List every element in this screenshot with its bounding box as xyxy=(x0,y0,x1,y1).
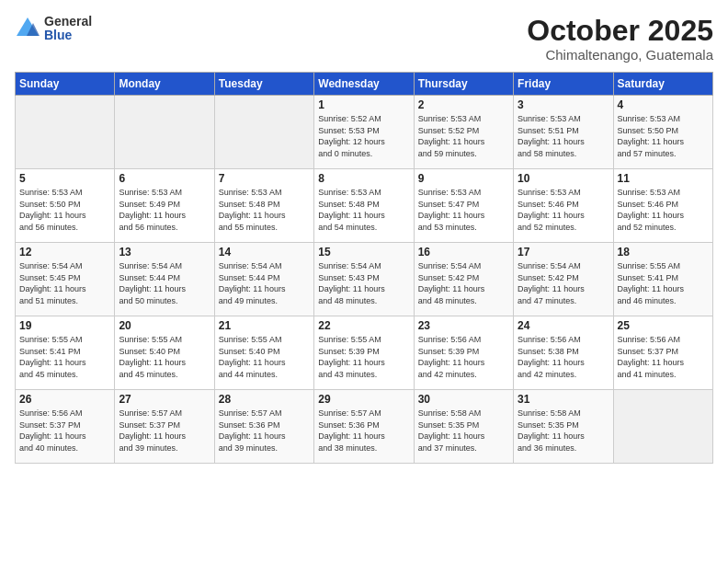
calendar-cell xyxy=(115,96,214,169)
day-number: 23 xyxy=(418,319,509,332)
day-number: 4 xyxy=(618,98,709,111)
logo-blue-text: Blue xyxy=(44,29,92,42)
cell-info: Sunrise: 5:57 AM Sunset: 5:36 PM Dayligh… xyxy=(318,408,409,454)
weekday-header-thursday: Thursday xyxy=(414,73,513,96)
calendar-cell: 13Sunrise: 5:54 AM Sunset: 5:44 PM Dayli… xyxy=(115,243,214,316)
cell-info: Sunrise: 5:56 AM Sunset: 5:39 PM Dayligh… xyxy=(418,334,509,380)
calendar-cell xyxy=(16,96,115,169)
calendar-cell: 29Sunrise: 5:57 AM Sunset: 5:36 PM Dayli… xyxy=(314,390,414,464)
calendar-cell: 11Sunrise: 5:53 AM Sunset: 5:46 PM Dayli… xyxy=(613,169,712,243)
day-number: 21 xyxy=(219,319,310,332)
day-number: 13 xyxy=(119,246,210,259)
title-block: October 2025 Chimaltenango, Guatemala xyxy=(527,15,713,63)
weekday-header-sunday: Sunday xyxy=(16,73,115,96)
week-row: 5Sunrise: 5:53 AM Sunset: 5:50 PM Daylig… xyxy=(16,169,713,243)
day-number: 5 xyxy=(19,172,110,185)
day-number: 31 xyxy=(518,393,609,406)
weekday-header-wednesday: Wednesday xyxy=(314,73,414,96)
cell-info: Sunrise: 5:53 AM Sunset: 5:50 PM Dayligh… xyxy=(618,113,709,159)
calendar-cell: 1Sunrise: 5:52 AM Sunset: 5:53 PM Daylig… xyxy=(314,96,414,169)
cell-info: Sunrise: 5:55 AM Sunset: 5:40 PM Dayligh… xyxy=(219,334,310,380)
calendar-cell: 24Sunrise: 5:56 AM Sunset: 5:38 PM Dayli… xyxy=(514,316,613,390)
day-number: 9 xyxy=(418,172,509,185)
logo-general-text: General xyxy=(44,15,92,29)
cell-info: Sunrise: 5:52 AM Sunset: 5:53 PM Dayligh… xyxy=(318,113,409,159)
cell-info: Sunrise: 5:54 AM Sunset: 5:45 PM Dayligh… xyxy=(19,260,110,306)
cell-info: Sunrise: 5:55 AM Sunset: 5:39 PM Dayligh… xyxy=(318,334,409,380)
day-number: 8 xyxy=(318,172,409,185)
week-row: 1Sunrise: 5:52 AM Sunset: 5:53 PM Daylig… xyxy=(16,96,713,169)
calendar-cell: 26Sunrise: 5:56 AM Sunset: 5:37 PM Dayli… xyxy=(16,390,115,464)
calendar-cell: 14Sunrise: 5:54 AM Sunset: 5:44 PM Dayli… xyxy=(214,243,313,316)
day-number: 10 xyxy=(518,172,609,185)
week-row: 26Sunrise: 5:56 AM Sunset: 5:37 PM Dayli… xyxy=(16,390,713,464)
calendar-cell xyxy=(214,96,313,169)
calendar-cell: 22Sunrise: 5:55 AM Sunset: 5:39 PM Dayli… xyxy=(314,316,414,390)
week-row: 12Sunrise: 5:54 AM Sunset: 5:45 PM Dayli… xyxy=(16,243,713,316)
day-number: 14 xyxy=(219,246,310,259)
calendar-cell: 9Sunrise: 5:53 AM Sunset: 5:47 PM Daylig… xyxy=(414,169,513,243)
calendar-header: SundayMondayTuesdayWednesdayThursdayFrid… xyxy=(16,73,713,96)
cell-info: Sunrise: 5:57 AM Sunset: 5:36 PM Dayligh… xyxy=(219,408,310,454)
cell-info: Sunrise: 5:53 AM Sunset: 5:50 PM Dayligh… xyxy=(19,187,110,233)
calendar-cell: 17Sunrise: 5:54 AM Sunset: 5:42 PM Dayli… xyxy=(514,243,613,316)
calendar-cell: 7Sunrise: 5:53 AM Sunset: 5:48 PM Daylig… xyxy=(214,169,313,243)
calendar-cell: 6Sunrise: 5:53 AM Sunset: 5:49 PM Daylig… xyxy=(115,169,214,243)
location-text: Chimaltenango, Guatemala xyxy=(527,47,713,63)
calendar-cell: 31Sunrise: 5:58 AM Sunset: 5:35 PM Dayli… xyxy=(514,390,613,464)
calendar-cell: 8Sunrise: 5:53 AM Sunset: 5:48 PM Daylig… xyxy=(314,169,414,243)
day-number: 29 xyxy=(318,393,409,406)
calendar-cell: 15Sunrise: 5:54 AM Sunset: 5:43 PM Dayli… xyxy=(314,243,414,316)
weekday-header-tuesday: Tuesday xyxy=(214,73,313,96)
day-number: 2 xyxy=(418,98,509,111)
calendar-cell: 21Sunrise: 5:55 AM Sunset: 5:40 PM Dayli… xyxy=(214,316,313,390)
day-number: 7 xyxy=(219,172,310,185)
day-number: 24 xyxy=(518,319,609,332)
weekday-row: SundayMondayTuesdayWednesdayThursdayFrid… xyxy=(16,73,713,96)
month-title: October 2025 xyxy=(527,15,713,47)
cell-info: Sunrise: 5:55 AM Sunset: 5:41 PM Dayligh… xyxy=(618,260,709,306)
cell-info: Sunrise: 5:53 AM Sunset: 5:51 PM Dayligh… xyxy=(518,113,609,159)
calendar-cell xyxy=(613,390,712,464)
calendar-cell: 12Sunrise: 5:54 AM Sunset: 5:45 PM Dayli… xyxy=(16,243,115,316)
cell-info: Sunrise: 5:58 AM Sunset: 5:35 PM Dayligh… xyxy=(418,408,509,454)
logo: General Blue xyxy=(15,15,92,43)
day-number: 27 xyxy=(119,393,210,406)
calendar-cell: 18Sunrise: 5:55 AM Sunset: 5:41 PM Dayli… xyxy=(613,243,712,316)
calendar-cell: 5Sunrise: 5:53 AM Sunset: 5:50 PM Daylig… xyxy=(16,169,115,243)
calendar-body: 1Sunrise: 5:52 AM Sunset: 5:53 PM Daylig… xyxy=(16,96,713,464)
cell-info: Sunrise: 5:53 AM Sunset: 5:46 PM Dayligh… xyxy=(618,187,709,233)
cell-info: Sunrise: 5:55 AM Sunset: 5:41 PM Dayligh… xyxy=(19,334,110,380)
cell-info: Sunrise: 5:54 AM Sunset: 5:42 PM Dayligh… xyxy=(418,260,509,306)
day-number: 19 xyxy=(19,319,110,332)
cell-info: Sunrise: 5:54 AM Sunset: 5:44 PM Dayligh… xyxy=(219,260,310,306)
weekday-header-friday: Friday xyxy=(514,73,613,96)
day-number: 16 xyxy=(418,246,509,259)
day-number: 11 xyxy=(618,172,709,185)
calendar-cell: 20Sunrise: 5:55 AM Sunset: 5:40 PM Dayli… xyxy=(115,316,214,390)
calendar-cell: 19Sunrise: 5:55 AM Sunset: 5:41 PM Dayli… xyxy=(16,316,115,390)
cell-info: Sunrise: 5:56 AM Sunset: 5:38 PM Dayligh… xyxy=(518,334,609,380)
day-number: 20 xyxy=(119,319,210,332)
calendar-cell: 23Sunrise: 5:56 AM Sunset: 5:39 PM Dayli… xyxy=(414,316,513,390)
page-header: General Blue October 2025 Chimaltenango,… xyxy=(15,15,713,63)
cell-info: Sunrise: 5:58 AM Sunset: 5:35 PM Dayligh… xyxy=(518,408,609,454)
cell-info: Sunrise: 5:54 AM Sunset: 5:44 PM Dayligh… xyxy=(119,260,210,306)
day-number: 30 xyxy=(418,393,509,406)
logo-text: General Blue xyxy=(44,15,92,43)
day-number: 18 xyxy=(618,246,709,259)
logo-icon xyxy=(15,16,40,41)
calendar-cell: 4Sunrise: 5:53 AM Sunset: 5:50 PM Daylig… xyxy=(613,96,712,169)
calendar-cell: 2Sunrise: 5:53 AM Sunset: 5:52 PM Daylig… xyxy=(414,96,513,169)
cell-info: Sunrise: 5:53 AM Sunset: 5:49 PM Dayligh… xyxy=(119,187,210,233)
day-number: 26 xyxy=(19,393,110,406)
calendar-cell: 16Sunrise: 5:54 AM Sunset: 5:42 PM Dayli… xyxy=(414,243,513,316)
day-number: 1 xyxy=(318,98,409,111)
cell-info: Sunrise: 5:53 AM Sunset: 5:47 PM Dayligh… xyxy=(418,187,509,233)
calendar-cell: 27Sunrise: 5:57 AM Sunset: 5:37 PM Dayli… xyxy=(115,390,214,464)
cell-info: Sunrise: 5:53 AM Sunset: 5:52 PM Dayligh… xyxy=(418,113,509,159)
cell-info: Sunrise: 5:53 AM Sunset: 5:48 PM Dayligh… xyxy=(318,187,409,233)
calendar-cell: 25Sunrise: 5:56 AM Sunset: 5:37 PM Dayli… xyxy=(613,316,712,390)
cell-info: Sunrise: 5:56 AM Sunset: 5:37 PM Dayligh… xyxy=(19,408,110,454)
calendar-cell: 10Sunrise: 5:53 AM Sunset: 5:46 PM Dayli… xyxy=(514,169,613,243)
